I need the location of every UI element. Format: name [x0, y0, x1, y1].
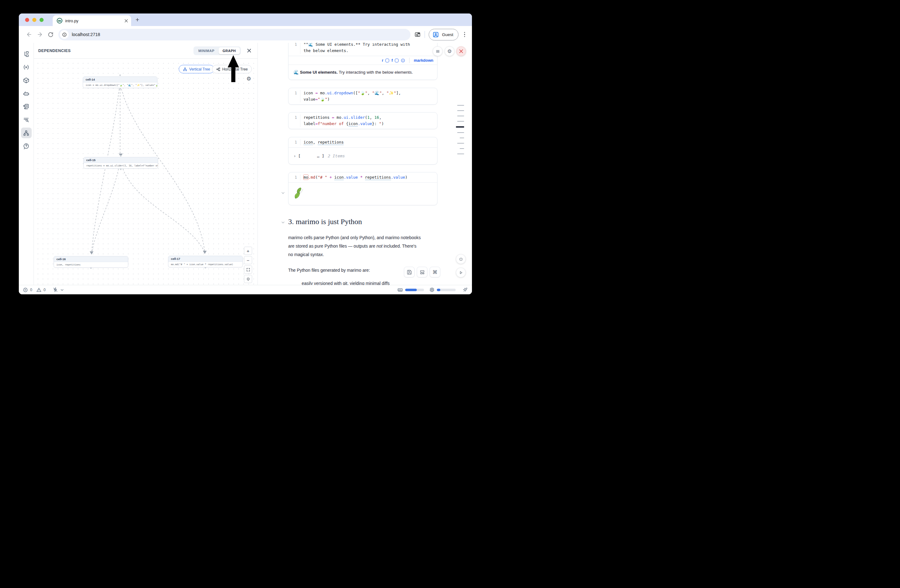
profile-button[interactable]: Guest	[429, 29, 458, 40]
autorun-disabled-icon[interactable]	[53, 287, 58, 292]
notebook-panel: 1 ""🌊 Some UI elements.** Try interactin…	[258, 43, 472, 285]
minimize-window-button[interactable]	[32, 18, 36, 22]
gear-glyph: ⚙	[447, 48, 452, 54]
code-editor[interactable]: 1 repetitions = mo.ui.slider(1, 16, labe…	[289, 113, 437, 129]
cpu-usage-fill	[437, 289, 440, 291]
expand-chevron-icon[interactable]: ›	[293, 153, 296, 158]
minimap-line[interactable]	[460, 148, 464, 149]
zoom-out-icon[interactable]: −	[244, 256, 252, 264]
code-editor[interactable]: 1 ""🌊 Some UI elements.** Try interactin…	[289, 43, 437, 56]
tab-search-icon[interactable]	[414, 31, 421, 38]
forward-icon[interactable]	[34, 29, 45, 40]
sidebar-item-snippets[interactable]	[21, 115, 32, 125]
new-tab-button[interactable]: +	[135, 16, 139, 23]
layout-button[interactable]	[417, 267, 427, 277]
format-toggle[interactable]: f	[391, 58, 393, 63]
interrupt-button[interactable]	[456, 254, 466, 264]
ram-usage-bar	[405, 289, 424, 291]
sidebar-item-ai-assistant[interactable]	[21, 88, 32, 99]
vertical-tree-label: Vertical Tree	[189, 67, 210, 71]
reference-toggle-box-icon[interactable]	[385, 59, 389, 62]
zoom-in-icon[interactable]: +	[244, 247, 252, 255]
tab-title: intro.py	[65, 19, 124, 23]
code-line: the below elements.	[304, 48, 410, 54]
zoom-window-button[interactable]	[39, 18, 43, 22]
cell-delete-icon[interactable]	[456, 46, 466, 56]
minimap-line[interactable]	[457, 121, 464, 122]
node-code: repetitions = mo.ui.slider(1, 16, label=…	[84, 163, 158, 168]
graph-node-cell-17[interactable]: cell-17 mo.md("# " + icon.value * repeti…	[168, 256, 243, 267]
minimap-line[interactable]	[457, 153, 464, 154]
tab-minimap[interactable]: MINIMAP	[194, 47, 219, 54]
sidebar-item-packages[interactable]	[21, 75, 32, 85]
runtime-menu-chevron-icon[interactable]	[60, 288, 64, 292]
reference-toggle[interactable]: r	[382, 58, 383, 63]
graph-settings-icon[interactable]: ⚙	[247, 76, 251, 82]
save-button[interactable]	[404, 267, 414, 277]
command-palette-button[interactable]: ⌘	[430, 267, 440, 277]
minimap-line[interactable]	[457, 116, 464, 116]
toolbar-divider	[409, 58, 410, 63]
url-text: localhost:2718	[72, 32, 100, 37]
vertical-tree-button[interactable]: Vertical Tree	[179, 65, 214, 73]
notebook-cell-tuple[interactable]: 1 icon, repetitions › [ … ] 2 Items	[288, 137, 438, 164]
browser-menu-icon[interactable]	[462, 30, 467, 39]
section-paragraph-2: The Python files generated by marimo are…	[288, 266, 422, 275]
ai-sparkle-icon[interactable]	[462, 287, 468, 293]
dependencies-panel: DEPENDENCIES MINIMAP GRAPH	[34, 43, 258, 285]
markdown-toolbar: r f markdown	[289, 56, 437, 65]
sidebar-item-logs[interactable]	[21, 101, 32, 112]
notebook-cell-dropdown[interactable]: 1 icon = mo.ui.dropdown(["🍃", "🌊", "✨"],…	[288, 88, 438, 105]
back-icon[interactable]	[24, 29, 34, 40]
graph-node-cell-14[interactable]: cell-14 icon = mo.ui.dropdown(["🍃", "🌊",…	[83, 76, 157, 88]
graph-node-cell-15[interactable]: cell-15 repetitions = mo.ui.slider(1, 16…	[84, 157, 158, 169]
minimap-line[interactable]	[457, 110, 464, 111]
cell-output	[289, 183, 437, 205]
fit-view-icon[interactable]	[244, 266, 252, 274]
sidebar-item-variables[interactable]	[21, 62, 32, 73]
sidebar-item-dependency-graph[interactable]	[21, 128, 32, 138]
url-bar[interactable]: localhost:2718	[58, 29, 411, 40]
tab-graph[interactable]: GRAPH	[219, 47, 240, 54]
minimap-line[interactable]	[457, 132, 464, 133]
dependencies-header: DEPENDENCIES MINIMAP GRAPH	[34, 43, 258, 58]
errors-icon[interactable]	[23, 288, 28, 292]
tab-close-icon[interactable]	[124, 19, 128, 23]
graph-canvas[interactable]: Vertical Tree Horizontal Tree ⚙ cell-14 …	[34, 58, 258, 285]
view-switcher: MINIMAP GRAPH	[194, 46, 241, 55]
browser-tab[interactable]: m intro.py	[53, 15, 131, 26]
code-editor[interactable]: 1 icon, repetitions	[289, 137, 437, 147]
format-toggle-box-icon[interactable]	[395, 59, 399, 62]
node-code: icon, repetitions	[54, 262, 128, 267]
notebook-cell-markdown[interactable]: 1 ""🌊 Some UI elements.** Try interactin…	[288, 43, 438, 80]
code-editor[interactable]: 1 icon = mo.ui.dropdown(["🍃", "🌊", "✨"],…	[289, 88, 437, 104]
minimap-line[interactable]	[460, 138, 464, 138]
close-window-button[interactable]	[25, 18, 29, 22]
minimap-line[interactable]	[456, 126, 464, 128]
cell-menu-icon[interactable]	[433, 46, 442, 56]
reload-icon[interactable]	[45, 29, 56, 40]
minimap-line[interactable]	[457, 143, 464, 144]
site-info-icon[interactable]	[60, 30, 69, 39]
cell-settings-icon[interactable]: ⚙	[445, 46, 455, 56]
collapse-output-chevron-icon[interactable]	[281, 191, 285, 195]
center-view-icon[interactable]	[244, 275, 252, 283]
close-panel-icon[interactable]	[245, 47, 253, 54]
warning-count: 0	[43, 288, 46, 292]
minimap-line[interactable]	[457, 105, 464, 106]
language-label[interactable]: markdown	[414, 58, 433, 63]
graph-node-cell-16[interactable]: cell-16 icon, repetitions	[54, 256, 128, 268]
node-title: cell-16	[54, 256, 128, 262]
code-line: mo.md("# " + icon.value * repetitions.va…	[304, 174, 407, 181]
notebook-cell-slider[interactable]: 1 repetitions = mo.ui.slider(1, 16, labe…	[288, 112, 438, 129]
collapse-section-chevron-icon[interactable]	[281, 220, 285, 224]
run-button[interactable]	[456, 268, 466, 277]
markdown-output: 🌊 Some UI elements. Try interacting with…	[289, 65, 437, 80]
sidebar-item-help[interactable]	[21, 141, 32, 152]
code-editor[interactable]: 1 mo.md("# " + icon.value * repetitions.…	[289, 172, 437, 183]
ram-usage-fill	[405, 289, 417, 291]
warnings-icon[interactable]	[36, 288, 41, 292]
sidebar-item-file-explorer[interactable]	[21, 49, 32, 59]
notebook-cell-md-output[interactable]: 1 mo.md("# " + icon.value * repetitions.…	[288, 172, 438, 205]
info-icon[interactable]	[401, 58, 405, 63]
